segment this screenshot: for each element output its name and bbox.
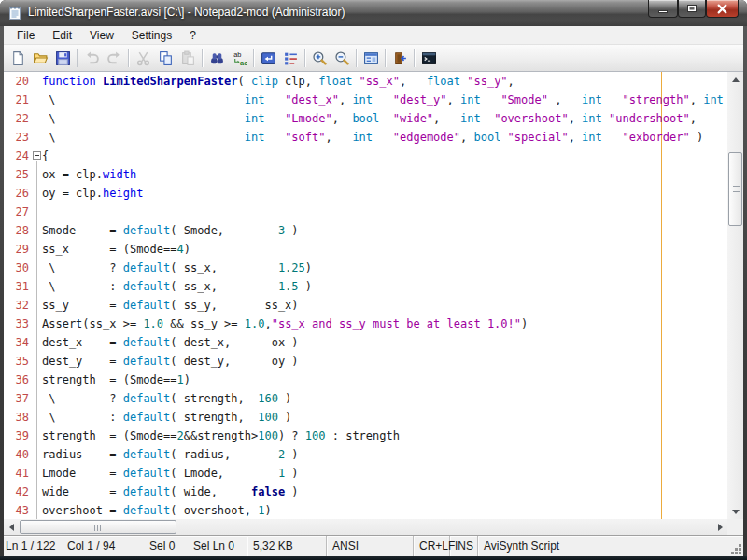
horizontal-scrollbar-thumb[interactable] (20, 520, 176, 534)
status-cursor-position[interactable]: Ln 1 / 122 Col 1 / 94 Sel 0 Sel Ln 0 (4, 536, 247, 556)
redo-button[interactable] (103, 47, 125, 69)
open-file-button[interactable] (29, 47, 51, 69)
code-line[interactable]: 35dest_y = default( dest_y, oy ) (4, 352, 727, 371)
menu-view[interactable]: View (81, 27, 122, 44)
code-line[interactable]: 31 \ : default( ss_x, 1.5 ) (4, 277, 727, 296)
menu-file[interactable]: File (8, 27, 43, 44)
code-text: Lmode = default( Lmode, 1 ) (42, 464, 299, 483)
line-number[interactable]: 37 (4, 389, 32, 408)
zoom-out-button[interactable] (331, 47, 353, 69)
vertical-scrollbar-thumb[interactable] (728, 152, 742, 226)
minimize-button[interactable] (648, 0, 678, 18)
code-line[interactable]: 37 \ ? default( strength, 160 ) (4, 389, 727, 408)
status-encoding[interactable]: ANSI (327, 536, 414, 556)
line-number[interactable]: 43 (4, 501, 32, 519)
code-line[interactable]: 40radius = default( radius, 2 ) (4, 445, 727, 464)
toolbar: abac (4, 45, 743, 72)
code-line[interactable]: 38 \ : default( strength, 100 ) (4, 408, 727, 427)
fold-collapse-icon[interactable] (32, 147, 42, 165)
code-line[interactable]: 22 \ int "Lmode", bool "wide", int "over… (4, 109, 727, 128)
code-line[interactable]: 24{ (4, 147, 727, 165)
scroll-up-button[interactable] (727, 72, 743, 87)
word-wrap-button[interactable] (257, 47, 279, 69)
line-number[interactable]: 27 (4, 203, 32, 221)
code-line[interactable]: 34dest_x = default( dest_x, ox ) (4, 333, 727, 352)
code-line[interactable]: 21 \ int "dest_x", int "dest_y", int "Sm… (4, 91, 727, 109)
view-schemes-button[interactable] (359, 47, 382, 69)
scroll-down-button[interactable] (727, 504, 743, 519)
new-file-button[interactable] (7, 47, 29, 69)
line-number[interactable]: 38 (4, 408, 32, 427)
line-number[interactable]: 20 (4, 72, 32, 91)
line-number[interactable]: 33 (4, 315, 32, 333)
code-line[interactable]: 32ss_y = default( ss_y, ss_x) (4, 296, 727, 315)
line-number[interactable]: 40 (4, 445, 32, 464)
line-number[interactable]: 35 (4, 352, 32, 371)
line-number[interactable]: 29 (4, 240, 32, 259)
code-line[interactable]: 29ss_x = (Smode==4) (4, 240, 727, 259)
line-number[interactable]: 41 (4, 464, 32, 483)
fold-guide-line (32, 315, 42, 333)
code-line[interactable]: 43overshoot = default( overshoot, 1) (4, 501, 727, 519)
code-line[interactable]: 41Lmode = default( Lmode, 1 ) (4, 464, 727, 483)
code-line[interactable]: 42wide = default( wide, false ) (4, 483, 727, 501)
scroll-right-button[interactable] (712, 519, 727, 535)
line-number[interactable]: 26 (4, 184, 32, 203)
launch-console-button[interactable] (417, 47, 440, 69)
copy-button[interactable] (154, 47, 176, 69)
settings-list-icon (283, 50, 299, 66)
replace-button[interactable]: abac (228, 47, 250, 69)
line-number[interactable]: 22 (4, 109, 32, 128)
menu-settings[interactable]: Settings (123, 27, 180, 44)
line-number[interactable]: 36 (4, 371, 32, 389)
code-line[interactable]: 23 \ int "soft", int "edgemode", bool "s… (4, 128, 727, 147)
svg-text:ac: ac (240, 58, 247, 65)
cut-button[interactable] (132, 47, 154, 69)
line-number[interactable]: 39 (4, 427, 32, 445)
status-file-size[interactable]: 5,32 KB (247, 536, 327, 556)
status-insert-mode[interactable]: INS (450, 536, 478, 556)
close-button[interactable] (706, 0, 739, 18)
status-scheme[interactable]: AviSynth Script (478, 536, 743, 556)
line-number[interactable]: 30 (4, 259, 32, 277)
title-bar[interactable]: LimitedSharpenFaster.avsi [C:\] - Notepa… (0, 0, 747, 26)
code-line[interactable]: 25ox = clp.width (4, 165, 727, 184)
code-line[interactable]: 28Smode = default( Smode, 3 ) (4, 221, 727, 240)
zoom-in-button[interactable] (308, 47, 331, 69)
line-number[interactable]: 24 (4, 147, 32, 165)
code-line[interactable]: 30 \ ? default( ss_x, 1.25) (4, 259, 727, 277)
line-number[interactable]: 34 (4, 333, 32, 352)
paste-button[interactable] (176, 47, 199, 69)
line-number[interactable]: 31 (4, 277, 32, 296)
code-line[interactable]: 20function LimitedSharpenFaster( clip cl… (4, 72, 727, 91)
horizontal-scrollbar[interactable] (4, 519, 727, 535)
code-line[interactable]: 36strength = (Smode==1) (4, 371, 727, 389)
line-number[interactable]: 23 (4, 128, 32, 147)
exit-button[interactable] (388, 47, 411, 69)
settings-list-button[interactable] (279, 47, 302, 69)
vertical-scrollbar[interactable] (727, 72, 743, 519)
fold-guide-line (32, 408, 42, 427)
line-number[interactable]: 25 (4, 165, 32, 184)
code-editor[interactable]: 20function LimitedSharpenFaster( clip cl… (4, 72, 727, 519)
save-file-button[interactable] (51, 47, 74, 69)
code-line[interactable]: 26oy = clp.height (4, 184, 727, 203)
find-button[interactable] (205, 47, 228, 69)
resize-grip[interactable] (739, 552, 741, 554)
line-number[interactable]: 42 (4, 483, 32, 501)
scroll-left-button[interactable] (4, 519, 19, 535)
maximize-button[interactable] (678, 0, 706, 18)
code-line[interactable]: 39strength = (Smode==2&&strength>100) ? … (4, 427, 727, 445)
line-number[interactable]: 21 (4, 91, 32, 109)
code-line[interactable]: 27 (4, 203, 727, 221)
undo-button[interactable] (80, 47, 103, 69)
scheme-value: AviSynth Script (484, 539, 559, 553)
code-text: ox = clp.width (42, 165, 136, 184)
line-number[interactable]: 32 (4, 296, 32, 315)
status-line-ending[interactable]: CR+LF (414, 536, 450, 556)
menu-edit[interactable]: Edit (44, 27, 80, 44)
status-line: Ln 1 / 122 (6, 539, 55, 553)
code-line[interactable]: 33Assert(ss_x >= 1.0 && ss_y >= 1.0,"ss_… (4, 315, 727, 333)
menu-help[interactable]: ? (181, 27, 204, 44)
line-number[interactable]: 28 (4, 221, 32, 240)
